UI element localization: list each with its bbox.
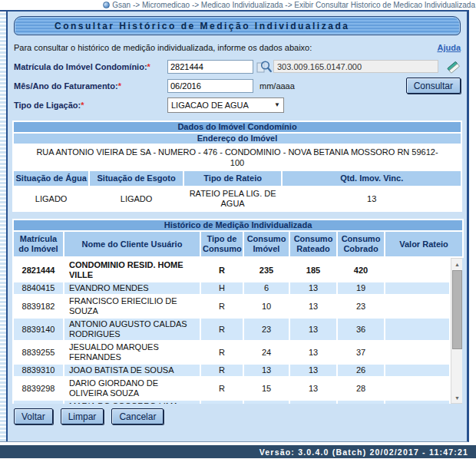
historico-cell: 8839140 <box>13 318 64 341</box>
historico-cell: 13 <box>289 295 337 318</box>
historico-cell <box>385 318 450 341</box>
search-form: Matrícula do Imóvel Condomínio:* 303.009… <box>12 57 462 114</box>
col-consumo-rateado: Consumo Rateado <box>289 231 337 257</box>
historico-cell <box>385 377 450 400</box>
historico-cell: 13 <box>289 318 337 341</box>
historico-cell: 8840415 <box>13 282 64 295</box>
historico-row: 8839298DARIO GIORDANO DE OLIVEIRA SOUZAR… <box>13 377 450 400</box>
historico-cell: R <box>200 377 243 400</box>
page-content: Consultar Histórico de Medição Individua… <box>8 12 467 441</box>
matricula-label: Matrícula do Imóvel Condomínio:* <box>14 62 167 71</box>
historico-cell: JOAO BATISTA DE SOUSA <box>64 364 200 377</box>
tipo-rateio-value: RATEIO PELA LIG. DE AGUA <box>183 187 282 211</box>
historico-cell: MARIA DO SOCORRO LIMA COSTA <box>64 400 200 404</box>
search-magnifier-icon[interactable] <box>256 60 272 74</box>
endereco-header: Endereço do Imóvel <box>13 133 461 144</box>
required-mark: * <box>118 81 121 91</box>
historico-tbody: 2821444CONDOMINIO RESID. HOME VILLER2351… <box>13 259 450 404</box>
required-mark: * <box>81 101 84 110</box>
tipo-ligacao-label: Tipo de Ligação:* <box>14 101 167 110</box>
mes-ano-row: Mês/Ano do Faturamento:* mm/aaaa Consult… <box>12 76 462 95</box>
action-buttons: Voltar Limpar Cancelar <box>14 408 461 424</box>
col-consumo-cobrado: Consumo Cobrado <box>337 231 385 257</box>
historico-cell: 32 <box>337 400 385 404</box>
historico-cell: 8839298 <box>13 377 64 400</box>
historico-cell: 13 <box>289 377 337 400</box>
historico-cell: 24 <box>243 341 289 364</box>
col-qtd-imov-vinc: Qtd. Imov. Vinc. <box>282 170 461 187</box>
col-tipo-consumo: Tipo de Consumo <box>200 231 243 257</box>
historico-cell: 10 <box>243 295 289 318</box>
footer-bar: Versão: 3.0.4.0 (Batch) 20/02/2017 - 11:… <box>0 445 476 458</box>
historico-row: 8839140ANTONIO AUGUSTO CALDAS RODRIGUESR… <box>13 318 450 341</box>
scrollbar-thumb[interactable] <box>452 270 462 349</box>
historico-cell: 13 <box>289 400 337 404</box>
historico-cell: CONDOMINIO RESID. HOME VILLE <box>64 259 200 282</box>
intro-text: Para consultar o histórico de medição in… <box>14 43 312 52</box>
col-matricula-imovel: Matrícula do Imóvel <box>13 231 64 257</box>
historico-cell: R <box>200 318 243 341</box>
historico-cell <box>385 282 450 295</box>
historico-cell: 8839310 <box>13 364 64 377</box>
cancelar-button[interactable]: Cancelar <box>111 408 164 424</box>
col-nome-cliente: Nome do Cliente Usuário <box>64 231 200 257</box>
historico-cell: 235 <box>243 259 289 282</box>
left-edge-decoration <box>0 12 8 441</box>
historico-cell: 37 <box>337 341 385 364</box>
historico-cell: 6 <box>243 282 289 295</box>
situacao-esgoto-value: LIGADO <box>89 187 183 211</box>
consultar-button[interactable]: Consultar <box>406 78 461 94</box>
matricula-row: Matrícula do Imóvel Condomínio:* 303.009… <box>12 57 462 76</box>
mes-ano-format-hint: mm/aaaa <box>259 81 295 91</box>
historico-cell: R <box>200 259 243 282</box>
historico-cell: 23 <box>243 318 289 341</box>
matricula-input[interactable] <box>167 60 253 74</box>
tipo-ligacao-select[interactable]: LIGACAO DE AGUA ▼ <box>167 97 284 113</box>
breadcrumb[interactable]: Gsan -> Micromedicao -> Medicao Individu… <box>0 0 476 10</box>
historico-cell: 420 <box>337 259 385 282</box>
historico-section: Histórico de Medição Individualizada Mat… <box>12 219 462 404</box>
historico-scroll-area: 2821444CONDOMINIO RESID. HOME VILLER2351… <box>12 258 462 404</box>
historico-cell: 36 <box>337 318 385 341</box>
historico-cell: 2821444 <box>13 259 64 282</box>
historico-header-table: Histórico de Medição Individualizada Mat… <box>12 219 464 258</box>
historico-cell: H <box>200 282 243 295</box>
historico-row: 8839310JOAO BATISTA DE SOUSAR131326 <box>13 364 450 377</box>
limpar-button[interactable]: Limpar <box>61 408 104 424</box>
tipo-ligacao-row: Tipo de Ligação:* LIGACAO DE AGUA ▼ <box>12 95 462 114</box>
historico-cell: 8839182 <box>13 295 64 318</box>
historico-cell <box>385 259 450 282</box>
chevron-down-icon: ▼ <box>274 101 280 108</box>
historico-cell: R <box>200 295 243 318</box>
voltar-button[interactable]: Voltar <box>14 408 53 424</box>
historico-cell: 19 <box>337 282 385 295</box>
eraser-icon[interactable] <box>445 60 461 74</box>
ajuda-link[interactable]: Ajuda <box>437 43 461 52</box>
historico-rows-table: 2821444CONDOMINIO RESID. HOME VILLER2351… <box>12 258 451 404</box>
page-title: Consultar Histórico de Medição Individua… <box>15 21 349 31</box>
historico-row: 8839182FRANCISCO ERIECILIO DE SOUZAR1013… <box>13 295 450 318</box>
endereco-value: RUA ANTONIO VIEIRA DE SA - NUMERO - 476 … <box>13 144 461 170</box>
historico-cell <box>385 295 450 318</box>
breadcrumb-text[interactable]: Gsan -> Micromedicao -> Medicao Individu… <box>112 1 475 9</box>
historico-cell: 185 <box>289 259 337 282</box>
historico-cell: DARIO GIORDANO DE OLIVEIRA SOUZA <box>64 377 200 400</box>
col-situacao-agua: Situação de Água <box>13 170 89 187</box>
main-frame: Consultar Histórico de Medição Individua… <box>0 10 469 442</box>
historico-row: 8840296MARIA DO SOCORRO LIMA COSTAR19133… <box>13 400 450 404</box>
mes-ano-input[interactable] <box>167 79 253 93</box>
mes-ano-label: Mês/Ano do Faturamento:* <box>14 81 167 91</box>
col-situacao-esgoto: Situação de Esgoto <box>89 170 183 187</box>
scroll-up-icon[interactable]: ▲ <box>451 259 462 269</box>
dados-imovel-title: Dados do Imóvel Condomínio <box>13 121 461 133</box>
situacao-agua-value: LIGADO <box>13 187 89 211</box>
historico-cell: 23 <box>337 295 385 318</box>
historico-cell: R <box>200 364 243 377</box>
historico-cell <box>385 341 450 364</box>
scroll-down-icon[interactable]: ▼ <box>451 392 462 403</box>
historico-cell: ANTONIO AUGUSTO CALDAS RODRIGUES <box>64 318 200 341</box>
historico-cell <box>385 400 450 404</box>
historico-cell: 13 <box>289 282 337 295</box>
historico-cell: 13 <box>289 364 337 377</box>
vertical-scrollbar[interactable]: ▲ ▼ <box>451 258 462 404</box>
